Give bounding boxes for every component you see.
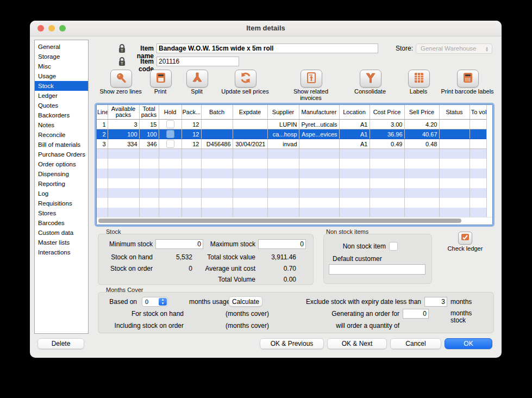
column-header-available-packs[interactable]: Available packs: [108, 105, 139, 120]
column-header-batch[interactable]: Batch: [201, 105, 233, 120]
hold-checkbox-cell[interactable]: [159, 120, 181, 129]
sidebar-item-misc[interactable]: Misc: [35, 61, 88, 71]
sidebar-item-order-options[interactable]: Order options: [35, 159, 88, 169]
table-cell: 0.48: [404, 139, 439, 149]
exclude-months-label: months: [450, 298, 472, 306]
item-code-input[interactable]: 201116: [157, 57, 239, 66]
sidebar-item-stores[interactable]: Stores: [35, 208, 88, 218]
ok-previous-button[interactable]: OK & Previous: [260, 338, 324, 349]
show-related-invoices-button[interactable]: [301, 70, 322, 88]
table-cell: Pyret...uticals: [299, 120, 339, 129]
consolidate-button[interactable]: [360, 70, 381, 88]
empty-cell: [439, 188, 470, 198]
stock-on-order-label: Stock on order: [101, 265, 153, 272]
empty-cell: [159, 149, 181, 159]
sidebar-item-log[interactable]: Log: [35, 189, 88, 198]
sidebar-item-notes[interactable]: Notes: [35, 120, 88, 130]
sidebar-item-dispensing[interactable]: Dispensing: [35, 169, 88, 179]
table-cell: A1: [339, 129, 370, 139]
column-header-status[interactable]: Status: [439, 105, 470, 120]
sidebar-item-quotes[interactable]: Quotes: [35, 101, 88, 110]
window-title: Item details: [30, 21, 502, 36]
related-invoices-icon: [305, 72, 318, 86]
hold-checkbox[interactable]: [166, 120, 174, 128]
empty-cell: [201, 188, 233, 198]
table-cell: 100: [108, 129, 139, 139]
sidebar-item-usage[interactable]: Usage: [35, 71, 88, 81]
barcode-printer-icon: [461, 72, 474, 86]
cancel-button[interactable]: Cancel: [390, 338, 441, 349]
maximum-stock-input[interactable]: 0: [258, 239, 306, 249]
column-header-to-vol[interactable]: To vol: [470, 105, 488, 120]
hold-checkbox-cell[interactable]: [159, 129, 181, 139]
column-header-manufacturer[interactable]: Manufacturer: [299, 105, 339, 120]
column-header-line[interactable]: Line: [97, 105, 108, 120]
sidebar-item-master-lists[interactable]: Master lists: [35, 238, 88, 247]
sidebar-item-ledger[interactable]: Ledger: [35, 91, 88, 101]
sidebar-item-backorders[interactable]: Backorders: [35, 110, 88, 120]
sidebar-item-reconcile[interactable]: Reconcile: [35, 130, 88, 140]
sidebar-item-interactions[interactable]: Interactions: [35, 247, 88, 257]
sidebar-item-reporting[interactable]: Reporting: [35, 179, 88, 189]
table-row[interactable]: 333434612D45648630/04/2021invadA10.490.4…: [97, 139, 488, 149]
column-header-sell-price[interactable]: Sell Price: [404, 105, 439, 120]
empty-cell: [470, 159, 488, 169]
sidebar-item-storage[interactable]: Storage: [35, 52, 88, 61]
including-months-cover: (months cover): [226, 322, 269, 329]
empty-cell: [339, 208, 370, 217]
column-header-pack-[interactable]: Pack...: [181, 105, 201, 120]
empty-table-row: [97, 198, 488, 208]
hold-checkbox-cell[interactable]: [159, 139, 181, 149]
title-bar: Item details: [30, 21, 502, 36]
check-ledger-button[interactable]: [458, 232, 472, 245]
default-customer-input[interactable]: [329, 264, 425, 275]
horizontal-scrollbar-thumb[interactable]: [98, 219, 461, 223]
empty-cell: [139, 159, 159, 169]
stock-lines-table[interactable]: LineAvailable packsTotal packsHoldPack..…: [96, 104, 493, 225]
split-button[interactable]: [186, 70, 208, 88]
stepper-icon: ▲▼: [159, 298, 167, 306]
column-header-cost-price[interactable]: Cost Price: [370, 105, 404, 120]
based-on-select[interactable]: 0 ▲▼: [142, 297, 168, 307]
column-header-supplier[interactable]: Supplier: [267, 105, 299, 120]
sidebar-item-custom-data[interactable]: Custom data: [35, 228, 88, 238]
column-header-hold[interactable]: Hold: [159, 105, 181, 120]
empty-cell: [370, 149, 404, 159]
hold-checkbox[interactable]: [166, 140, 174, 148]
empty-cell: [108, 169, 139, 178]
exclude-expiry-input[interactable]: 3: [424, 297, 447, 307]
sidebar-item-barcodes[interactable]: Barcodes: [35, 218, 88, 228]
sidebar-item-requisitions[interactable]: Requisitions: [35, 198, 88, 208]
sidebar-item-general[interactable]: General: [35, 42, 88, 52]
empty-cell: [439, 178, 470, 188]
check-ledger-icon: [460, 233, 470, 244]
item-name-input[interactable]: Bandage W.O.W. 15cm wide x 5m roll: [157, 43, 378, 53]
column-header-total-packs[interactable]: Total packs: [139, 105, 159, 120]
print-button[interactable]: [150, 70, 172, 88]
minimum-stock-input[interactable]: 0: [155, 239, 203, 249]
sidebar-item-stock[interactable]: Stock: [35, 81, 88, 91]
store-select[interactable]: General Warehouse ▲▼: [416, 43, 492, 54]
sidebar-item-bill-of-materials[interactable]: Bill of materials: [35, 140, 88, 150]
show-zero-lines-button[interactable]: [110, 70, 132, 88]
print-barcode-labels-button[interactable]: [457, 70, 479, 88]
empty-cell: [108, 149, 139, 159]
empty-cell: [233, 208, 267, 217]
labels-button[interactable]: [408, 70, 430, 88]
delete-button[interactable]: Delete: [37, 338, 84, 349]
calculate-button[interactable]: Calculate: [229, 296, 262, 307]
hold-checkbox[interactable]: [166, 130, 174, 138]
column-header-location[interactable]: Location: [339, 105, 370, 120]
non-stock-item-checkbox[interactable]: [389, 242, 398, 251]
generating-order-input[interactable]: 0: [403, 309, 429, 319]
table-row[interactable]: 210010012ca...hospAspe...evicesA136.9640…: [97, 129, 488, 139]
update-sell-prices-button[interactable]: [235, 70, 256, 88]
sidebar-item-purchase-orders[interactable]: Purchase Orders: [35, 150, 88, 159]
horizontal-scrollbar[interactable]: [97, 217, 492, 225]
ok-button[interactable]: OK: [445, 338, 492, 349]
toolbar-button-label: Split: [180, 88, 213, 95]
table-row[interactable]: 131512LUPINPyret...uticalsA13.004.20: [97, 120, 488, 129]
vertical-scrollbar[interactable]: [486, 105, 492, 217]
column-header-expdate[interactable]: Expdate: [233, 105, 267, 120]
ok-next-button[interactable]: OK & Next: [327, 338, 387, 349]
